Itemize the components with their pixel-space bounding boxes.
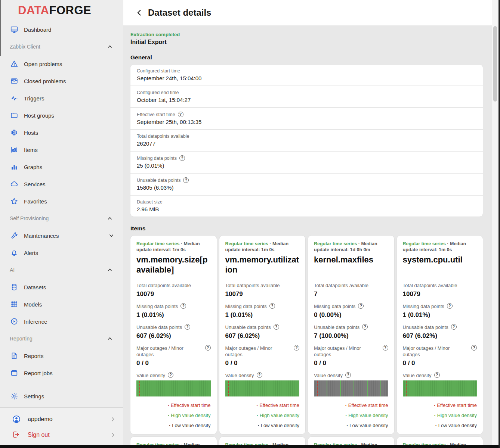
item-type: Regular time series bbox=[314, 241, 357, 246]
field-label: Total datapoints available bbox=[137, 134, 189, 139]
item-card: Regular time series · Median update inte… bbox=[130, 236, 217, 434]
help-icon[interactable]: ? bbox=[183, 177, 189, 183]
field-value: 25 (0.01%) bbox=[137, 162, 476, 169]
help-icon[interactable]: ? bbox=[434, 372, 440, 378]
app-root: DATAFORGE Dashboard Zabbix Client Open p… bbox=[0, 0, 500, 448]
back-button[interactable] bbox=[135, 8, 144, 18]
item-type-badge: Regular time series · Median bbox=[403, 241, 477, 247]
legend-low-value-density: Low value density bbox=[136, 423, 211, 428]
help-icon[interactable]: ? bbox=[362, 324, 368, 330]
chevron-right-icon bbox=[109, 432, 116, 438]
sidebar-item-datasets[interactable]: Datasets bbox=[0, 279, 123, 296]
scrollbar-thumb[interactable] bbox=[493, 26, 497, 102]
general-panel: Configured start time September 24th, 15… bbox=[130, 65, 483, 217]
help-icon[interactable]: ? bbox=[383, 345, 388, 351]
sidebar-item-closed-problems[interactable]: Closed problems bbox=[0, 72, 123, 90]
sidebar: DATAFORGE Dashboard Zabbix Client Open p… bbox=[0, 0, 123, 448]
general-section-title: General bbox=[130, 54, 483, 61]
help-icon[interactable]: ? bbox=[178, 112, 183, 117]
item-aggregation: Median bbox=[183, 241, 200, 246]
user-menu[interactable]: appdemo bbox=[0, 411, 123, 427]
help-icon[interactable]: ? bbox=[471, 345, 477, 351]
help-icon[interactable]: ? bbox=[358, 303, 364, 309]
sidebar-item-hosts[interactable]: Hosts bbox=[0, 124, 123, 141]
legend-high-value-density: High value density bbox=[314, 413, 388, 418]
sidebar-section-self-provisioning[interactable]: Self Provisioning bbox=[0, 210, 123, 227]
sidebar-item-label: Alerts bbox=[24, 250, 38, 256]
help-icon[interactable]: ? bbox=[180, 303, 186, 309]
help-icon[interactable]: ? bbox=[447, 303, 453, 309]
sidebar-section-ai[interactable]: AI bbox=[0, 261, 123, 279]
help-icon[interactable]: ? bbox=[168, 372, 173, 378]
stat-label: Value density bbox=[403, 372, 432, 379]
help-icon[interactable]: ? bbox=[257, 372, 262, 378]
section-label: AI bbox=[10, 267, 15, 273]
extraction-status: Extraction completed bbox=[130, 32, 483, 37]
field-value: September 25th, 00:13:35 bbox=[137, 119, 476, 125]
sidebar-item-graphs[interactable]: Graphs bbox=[0, 158, 123, 175]
field-label: Configured end time bbox=[137, 90, 179, 95]
pulse-icon bbox=[10, 94, 19, 103]
sidebar-section-zabbix-client[interactable]: Zabbix Client bbox=[0, 38, 123, 55]
item-type: Regular time series bbox=[403, 241, 446, 246]
effective-start-marker bbox=[406, 381, 407, 396]
bell-icon bbox=[10, 248, 19, 257]
field-label: Dataset size bbox=[137, 199, 163, 205]
help-icon[interactable]: ? bbox=[294, 345, 299, 351]
stat-value: 0 (0.00%) bbox=[314, 311, 388, 319]
stat-value: 0 / 0 bbox=[314, 360, 388, 367]
help-icon[interactable]: ? bbox=[451, 324, 457, 330]
stat-value: 0 / 0 bbox=[225, 360, 300, 367]
sidebar-item-alerts[interactable]: Alerts bbox=[0, 244, 123, 261]
sign-out-button[interactable]: Sign out bbox=[0, 427, 123, 443]
chevron-up-icon bbox=[107, 44, 112, 49]
help-icon[interactable]: ? bbox=[269, 303, 275, 309]
sidebar-item-dashboard[interactable]: Dashboard bbox=[0, 21, 123, 38]
sidebar-item-report-jobs[interactable]: Report jobs bbox=[0, 364, 123, 382]
badge-separator: · bbox=[358, 241, 360, 246]
sidebar-item-services[interactable]: Services bbox=[0, 175, 123, 193]
sidebar-item-label: Host groups bbox=[24, 112, 54, 119]
help-icon[interactable]: ? bbox=[274, 324, 279, 330]
general-row: Missing data points? 25 (0.01%) bbox=[130, 152, 483, 174]
sidebar-item-maintenances[interactable]: Maintenances bbox=[0, 227, 123, 244]
sidebar-item-items[interactable]: Items bbox=[0, 141, 123, 158]
legend-effective-start-time: Effective start time bbox=[314, 402, 388, 408]
warning-icon bbox=[10, 59, 19, 68]
general-row: Configured end time October 1st, 15:04:2… bbox=[130, 86, 483, 108]
sidebar-item-reports[interactable]: Reports bbox=[0, 347, 123, 364]
sidebar-section-reporting[interactable]: Reporting bbox=[0, 330, 123, 347]
item-card: Regular time series · Median update inte… bbox=[397, 236, 483, 434]
legend-high-value-density: High value density bbox=[136, 413, 211, 418]
stat-value: 0 / 0 bbox=[403, 360, 477, 367]
stat-label: Total datapoints available bbox=[314, 282, 368, 289]
scrollbar[interactable] bbox=[492, 0, 499, 448]
stat-value: 1 (0.01%) bbox=[136, 311, 211, 319]
legend-effective-start-time: Effective start time bbox=[403, 402, 477, 408]
chevron-up-icon bbox=[107, 216, 112, 221]
help-icon[interactable]: ? bbox=[185, 324, 190, 330]
stat-value: 607 (6.02%) bbox=[403, 332, 477, 340]
sidebar-item-models[interactable]: Models bbox=[0, 296, 123, 313]
stat-value: 7 bbox=[314, 290, 388, 298]
sidebar-item-inference[interactable]: Inference bbox=[0, 313, 123, 330]
field-value: 15805 (6.03%) bbox=[137, 184, 476, 191]
sidebar-item-open-problems[interactable]: Open problems bbox=[0, 55, 123, 72]
wrench-icon bbox=[10, 231, 19, 240]
sidebar-item-label: Open problems bbox=[24, 61, 62, 67]
database-icon bbox=[10, 283, 19, 292]
help-icon[interactable]: ? bbox=[205, 345, 211, 351]
help-icon[interactable]: ? bbox=[179, 155, 185, 161]
sidebar-item-favorites[interactable]: Favorites bbox=[0, 193, 123, 210]
sidebar-item-settings[interactable]: Settings bbox=[0, 388, 123, 405]
item-type: Regular time series bbox=[136, 241, 179, 246]
stat-label: Value density bbox=[314, 372, 343, 379]
value-density-bar bbox=[314, 380, 388, 396]
help-icon[interactable]: ? bbox=[345, 372, 351, 378]
sidebar-item-label: Favorites bbox=[24, 198, 47, 205]
window-edge-left bbox=[0, 0, 1, 56]
legend-effective-start-time: Effective start time bbox=[225, 402, 300, 408]
sidebar-item-host-groups[interactable]: Host groups bbox=[0, 107, 123, 124]
stat-value: 607 (6.02%) bbox=[225, 332, 300, 340]
sidebar-item-triggers[interactable]: Triggers bbox=[0, 90, 123, 107]
